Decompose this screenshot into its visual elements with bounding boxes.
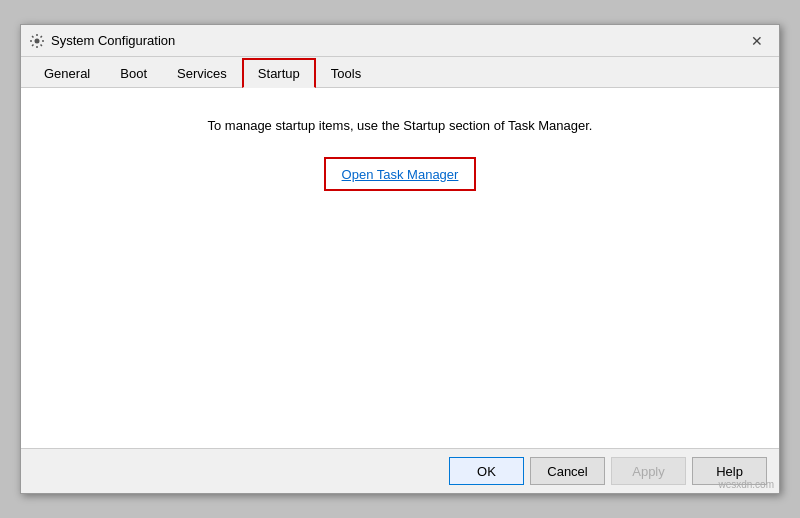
tab-boot[interactable]: Boot (105, 59, 162, 88)
apply-button: Apply (611, 457, 686, 485)
svg-point-0 (35, 38, 40, 43)
tab-general[interactable]: General (29, 59, 105, 88)
system-configuration-window: System Configuration ✕ General Boot Serv… (20, 24, 780, 494)
cancel-button[interactable]: Cancel (530, 457, 605, 485)
content-area: To manage startup items, use the Startup… (21, 88, 779, 448)
tab-services[interactable]: Services (162, 59, 242, 88)
gear-icon (29, 33, 45, 49)
button-bar: OK Cancel Apply Help (21, 448, 779, 493)
title-bar: System Configuration ✕ (21, 25, 779, 57)
window-title: System Configuration (51, 33, 175, 48)
tabs-bar: General Boot Services Startup Tools (21, 57, 779, 88)
ok-button[interactable]: OK (449, 457, 524, 485)
tab-tools[interactable]: Tools (316, 59, 376, 88)
open-task-manager-container: Open Task Manager (324, 157, 477, 191)
info-text: To manage startup items, use the Startup… (208, 118, 593, 133)
tab-startup[interactable]: Startup (242, 58, 316, 88)
close-button[interactable]: ✕ (743, 31, 771, 51)
title-bar-left: System Configuration (29, 33, 175, 49)
open-task-manager-link[interactable]: Open Task Manager (342, 167, 459, 182)
help-button[interactable]: Help (692, 457, 767, 485)
